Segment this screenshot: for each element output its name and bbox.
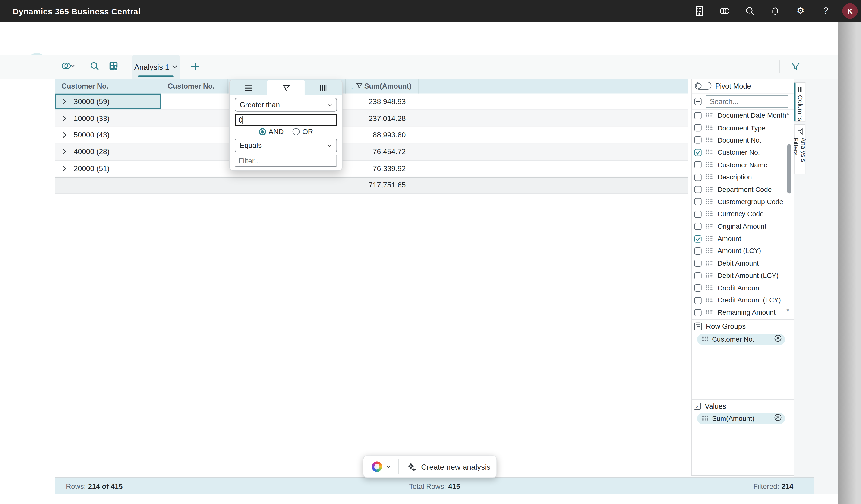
drag-handle-icon[interactable] bbox=[706, 199, 712, 205]
filter-value2-input[interactable] bbox=[235, 154, 337, 167]
or-radio-option[interactable]: OR bbox=[292, 128, 313, 136]
field-item[interactable]: Debit Amount bbox=[692, 257, 794, 270]
group-cell[interactable]: 30000 (59) bbox=[55, 93, 161, 110]
refresh-data-icon[interactable] bbox=[109, 61, 119, 74]
row-group-pill[interactable]: Customer No. bbox=[697, 334, 785, 345]
field-checkbox[interactable] bbox=[695, 149, 702, 156]
field-item[interactable]: Department Code bbox=[692, 183, 794, 195]
field-checkbox[interactable] bbox=[695, 137, 702, 144]
field-checkbox[interactable] bbox=[695, 284, 702, 291]
drag-handle-icon[interactable] bbox=[706, 273, 712, 278]
expand-row-icon[interactable] bbox=[63, 132, 67, 138]
popup-tab-general-menu-icon[interactable] bbox=[230, 80, 267, 95]
table-row[interactable]: 30000 (59) 238,948.93 bbox=[55, 93, 688, 110]
field-item[interactable]: Amount bbox=[692, 233, 794, 245]
field-checkbox[interactable] bbox=[695, 309, 702, 316]
drag-handle-icon[interactable] bbox=[706, 285, 712, 291]
scroll-up-icon[interactable]: ▲ bbox=[786, 111, 790, 116]
tab-analysis-filters[interactable]: Analysis Filters bbox=[794, 124, 805, 174]
drag-handle-icon[interactable] bbox=[702, 337, 708, 342]
remove-row-group-button[interactable] bbox=[774, 335, 782, 344]
field-item[interactable]: Customer Name bbox=[692, 159, 794, 171]
field-item[interactable]: Original Amount bbox=[692, 220, 794, 233]
create-new-analysis-button[interactable]: Create new analysis bbox=[421, 462, 490, 471]
drag-handle-icon[interactable] bbox=[706, 236, 712, 242]
tab-columns[interactable]: Columns bbox=[794, 82, 805, 122]
drag-handle-icon[interactable] bbox=[706, 298, 712, 303]
group-cell[interactable]: 20000 (51) bbox=[55, 160, 161, 177]
expand-row-icon[interactable] bbox=[63, 165, 67, 172]
filter-operator-select[interactable]: Greater than bbox=[235, 98, 337, 111]
search-toolbar-icon[interactable] bbox=[90, 62, 99, 73]
field-item[interactable]: Document No. bbox=[692, 134, 794, 147]
add-analysis-tab-button[interactable] bbox=[191, 62, 200, 73]
field-item[interactable]: Credit Amount (LCY) bbox=[692, 294, 794, 307]
search-icon[interactable] bbox=[744, 5, 755, 16]
filter-operator2-select[interactable]: Equals bbox=[235, 139, 337, 152]
group-cell[interactable]: 50000 (43) bbox=[55, 127, 161, 143]
table-row[interactable]: 20000 (51) 76,339.92 bbox=[55, 160, 688, 177]
tab-analysis-1[interactable]: Analysis 1 bbox=[132, 55, 180, 79]
group-cell[interactable]: 10000 (33) bbox=[55, 110, 161, 126]
filter-value-input[interactable] bbox=[235, 114, 337, 126]
field-checkbox[interactable] bbox=[695, 235, 702, 242]
expand-row-icon[interactable] bbox=[63, 149, 67, 155]
table-row[interactable]: 50000 (43) 88,993.80 bbox=[55, 127, 688, 144]
popup-tab-columns-icon[interactable] bbox=[305, 80, 342, 95]
group-cell[interactable]: 40000 (28) bbox=[55, 144, 161, 160]
company-icon[interactable] bbox=[694, 5, 705, 16]
drag-handle-icon[interactable] bbox=[706, 150, 712, 155]
and-radio[interactable] bbox=[259, 128, 266, 135]
drag-handle-icon[interactable] bbox=[706, 137, 712, 143]
column-header-customer-no-group[interactable]: Customer No. bbox=[55, 79, 161, 93]
field-checkbox[interactable] bbox=[695, 210, 702, 218]
field-item[interactable]: Credit Amount bbox=[692, 282, 794, 294]
drag-handle-icon[interactable] bbox=[706, 162, 712, 168]
expand-row-icon[interactable] bbox=[63, 115, 67, 121]
drag-handle-icon[interactable] bbox=[706, 175, 712, 180]
and-radio-option[interactable]: AND bbox=[259, 128, 284, 136]
drag-handle-icon[interactable] bbox=[706, 125, 712, 131]
or-radio[interactable] bbox=[292, 128, 300, 135]
field-item[interactable]: Document Date Month bbox=[692, 109, 794, 122]
field-checkbox[interactable] bbox=[695, 260, 702, 267]
value-pill[interactable]: Sum(Amount) bbox=[697, 413, 785, 424]
field-item[interactable]: Customer No. bbox=[692, 147, 794, 159]
drag-handle-icon[interactable] bbox=[706, 187, 712, 192]
field-checkbox[interactable] bbox=[695, 272, 702, 279]
field-checkbox[interactable] bbox=[695, 297, 702, 304]
field-checkbox[interactable] bbox=[695, 223, 702, 230]
field-item[interactable]: Document Type bbox=[692, 122, 794, 134]
field-item[interactable]: Amount (LCY) bbox=[692, 245, 794, 257]
chevron-down-icon[interactable] bbox=[386, 465, 391, 468]
popup-tab-filter-icon[interactable] bbox=[267, 80, 305, 95]
column-header-customer-no[interactable]: Customer No. bbox=[161, 79, 228, 93]
help-icon[interactable]: ? bbox=[820, 5, 831, 16]
user-avatar[interactable]: K bbox=[842, 3, 858, 18]
field-item[interactable]: Description bbox=[692, 171, 794, 183]
field-checkbox[interactable] bbox=[695, 124, 702, 132]
drag-handle-icon[interactable] bbox=[706, 310, 712, 315]
copilot-logo-icon[interactable] bbox=[371, 461, 382, 472]
field-checkbox[interactable] bbox=[695, 112, 702, 119]
group-cell[interactable] bbox=[55, 178, 161, 193]
field-checkbox[interactable] bbox=[695, 161, 702, 168]
field-item[interactable]: Customergroup Code bbox=[692, 195, 794, 208]
drag-handle-icon[interactable] bbox=[702, 416, 708, 421]
pivot-mode-toggle[interactable] bbox=[695, 82, 711, 90]
expand-row-icon[interactable] bbox=[63, 98, 67, 105]
field-item[interactable]: Remaining Amount bbox=[692, 307, 794, 319]
copilot-icon[interactable] bbox=[719, 5, 730, 16]
drag-handle-icon[interactable] bbox=[706, 261, 712, 266]
filter-toolbar-icon[interactable] bbox=[791, 62, 800, 72]
remove-value-button[interactable] bbox=[774, 414, 782, 424]
column-header-sum-amount[interactable]: ↓ Sum(Amount) bbox=[346, 79, 419, 93]
field-search-input[interactable] bbox=[706, 95, 789, 108]
field-checkbox[interactable] bbox=[695, 198, 702, 205]
scroll-down-icon[interactable]: ▼ bbox=[786, 308, 790, 313]
notifications-bell-icon[interactable] bbox=[770, 5, 781, 16]
field-checkbox[interactable] bbox=[695, 174, 702, 181]
settings-gear-icon[interactable]: ⚙ bbox=[795, 5, 806, 16]
drag-handle-icon[interactable] bbox=[706, 113, 712, 119]
table-row[interactable]: 10000 (33) 237,014.28 bbox=[55, 110, 688, 127]
